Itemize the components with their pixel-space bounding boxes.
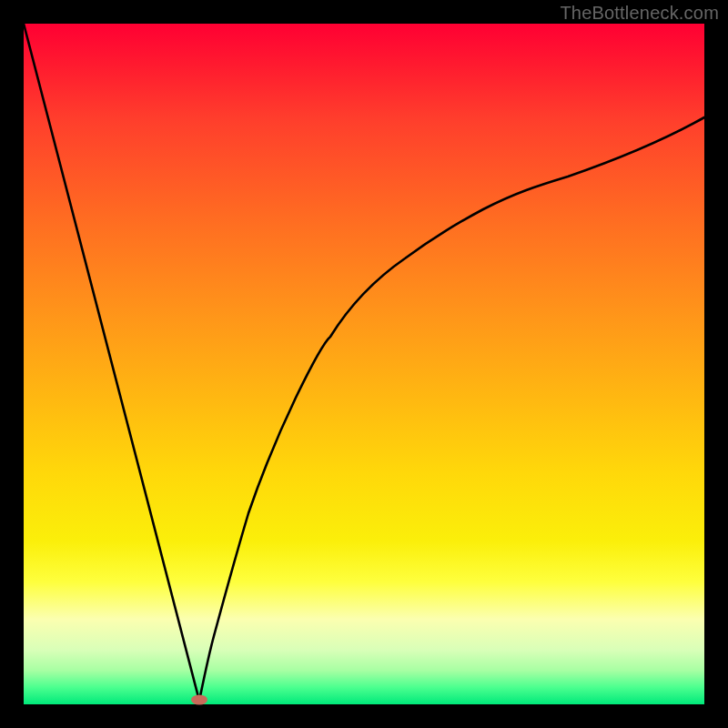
plot-svg: [data-name="curve-right-branch"] { displ… <box>24 24 704 704</box>
chart-frame: [data-name="curve-right-branch"] { displ… <box>0 0 728 728</box>
curve-left-branch <box>24 24 199 701</box>
plot-area: [data-name="curve-right-branch"] { displ… <box>24 24 704 704</box>
vertex-marker <box>191 695 207 705</box>
watermark-text: TheBottleneck.com <box>560 3 719 24</box>
curve-right-branch-smooth <box>199 117 704 701</box>
